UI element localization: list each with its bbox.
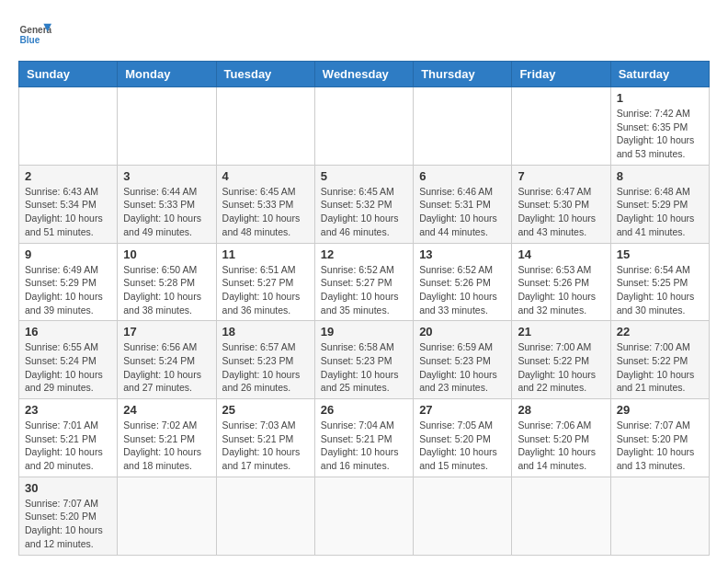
calendar-cell: 4Sunrise: 6:45 AM Sunset: 5:33 PM Daylig… bbox=[216, 165, 314, 243]
day-number: 2 bbox=[25, 169, 111, 183]
day-number: 4 bbox=[222, 169, 309, 183]
day-info: Sunrise: 6:53 AM Sunset: 5:26 PM Dayligh… bbox=[518, 263, 604, 317]
calendar-cell: 21Sunrise: 7:00 AM Sunset: 5:22 PM Dayli… bbox=[512, 321, 610, 399]
calendar-cell bbox=[314, 477, 413, 555]
day-number: 17 bbox=[123, 325, 210, 339]
calendar-cell: 22Sunrise: 7:00 AM Sunset: 5:22 PM Dayli… bbox=[610, 321, 709, 399]
day-info: Sunrise: 6:47 AM Sunset: 5:30 PM Dayligh… bbox=[518, 185, 604, 239]
calendar-cell bbox=[414, 477, 512, 555]
day-number: 28 bbox=[518, 403, 604, 417]
calendar-cell: 20Sunrise: 6:59 AM Sunset: 5:23 PM Dayli… bbox=[414, 321, 512, 399]
calendar-cell: 11Sunrise: 6:51 AM Sunset: 5:27 PM Dayli… bbox=[216, 243, 314, 321]
day-number: 20 bbox=[419, 325, 506, 339]
calendar-week-row: 23Sunrise: 7:01 AM Sunset: 5:21 PM Dayli… bbox=[19, 399, 710, 477]
day-info: Sunrise: 7:03 AM Sunset: 5:21 PM Dayligh… bbox=[222, 419, 309, 473]
day-number: 6 bbox=[419, 169, 506, 183]
day-number: 26 bbox=[321, 403, 407, 417]
day-number: 27 bbox=[419, 403, 506, 417]
day-info: Sunrise: 6:56 AM Sunset: 5:24 PM Dayligh… bbox=[123, 340, 210, 395]
weekday-header-friday: Friday bbox=[512, 62, 610, 87]
day-number: 29 bbox=[617, 403, 703, 417]
calendar-cell: 6Sunrise: 6:46 AM Sunset: 5:31 PM Daylig… bbox=[414, 165, 512, 243]
logo: General Blue bbox=[18, 18, 51, 52]
calendar-cell: 12Sunrise: 6:52 AM Sunset: 5:27 PM Dayli… bbox=[314, 243, 413, 321]
day-info: Sunrise: 6:46 AM Sunset: 5:31 PM Dayligh… bbox=[419, 185, 506, 239]
svg-text:Blue: Blue bbox=[19, 35, 40, 45]
calendar-cell bbox=[314, 87, 413, 166]
day-info: Sunrise: 6:45 AM Sunset: 5:33 PM Dayligh… bbox=[222, 185, 309, 239]
day-info: Sunrise: 6:52 AM Sunset: 5:27 PM Dayligh… bbox=[321, 263, 407, 317]
day-number: 10 bbox=[123, 247, 210, 261]
day-info: Sunrise: 6:52 AM Sunset: 5:26 PM Dayligh… bbox=[419, 263, 506, 317]
calendar-cell: 3Sunrise: 6:44 AM Sunset: 5:33 PM Daylig… bbox=[118, 165, 216, 243]
weekday-header-monday: Monday bbox=[118, 62, 216, 87]
day-number: 14 bbox=[518, 247, 604, 261]
calendar-cell: 15Sunrise: 6:54 AM Sunset: 5:25 PM Dayli… bbox=[610, 243, 709, 321]
calendar-cell bbox=[414, 87, 512, 166]
calendar-cell: 28Sunrise: 7:06 AM Sunset: 5:20 PM Dayli… bbox=[512, 399, 610, 477]
day-info: Sunrise: 7:06 AM Sunset: 5:20 PM Dayligh… bbox=[518, 419, 604, 473]
calendar-cell: 29Sunrise: 7:07 AM Sunset: 5:20 PM Dayli… bbox=[610, 399, 709, 477]
weekday-header-tuesday: Tuesday bbox=[216, 62, 314, 87]
day-info: Sunrise: 7:04 AM Sunset: 5:21 PM Dayligh… bbox=[321, 419, 407, 473]
page-header: General Blue bbox=[18, 18, 710, 52]
day-info: Sunrise: 6:43 AM Sunset: 5:34 PM Dayligh… bbox=[25, 185, 111, 239]
weekday-header-saturday: Saturday bbox=[610, 62, 709, 87]
calendar-cell: 17Sunrise: 6:56 AM Sunset: 5:24 PM Dayli… bbox=[118, 321, 216, 399]
day-info: Sunrise: 6:48 AM Sunset: 5:29 PM Dayligh… bbox=[617, 185, 703, 239]
calendar-cell bbox=[118, 477, 216, 555]
calendar-cell: 30Sunrise: 7:07 AM Sunset: 5:20 PM Dayli… bbox=[19, 477, 118, 555]
calendar-cell: 16Sunrise: 6:55 AM Sunset: 5:24 PM Dayli… bbox=[19, 321, 118, 399]
day-number: 30 bbox=[25, 481, 111, 495]
day-info: Sunrise: 7:00 AM Sunset: 5:22 PM Dayligh… bbox=[518, 340, 604, 395]
day-info: Sunrise: 6:58 AM Sunset: 5:23 PM Dayligh… bbox=[321, 340, 407, 395]
calendar-header-row: SundayMondayTuesdayWednesdayThursdayFrid… bbox=[19, 62, 710, 87]
calendar-week-row: 16Sunrise: 6:55 AM Sunset: 5:24 PM Dayli… bbox=[19, 321, 710, 399]
day-number: 23 bbox=[25, 403, 111, 417]
day-info: Sunrise: 6:49 AM Sunset: 5:29 PM Dayligh… bbox=[25, 263, 111, 317]
day-info: Sunrise: 7:07 AM Sunset: 5:20 PM Dayligh… bbox=[617, 419, 703, 473]
calendar-cell: 2Sunrise: 6:43 AM Sunset: 5:34 PM Daylig… bbox=[19, 165, 118, 243]
calendar-cell: 8Sunrise: 6:48 AM Sunset: 5:29 PM Daylig… bbox=[610, 165, 709, 243]
calendar-table: SundayMondayTuesdayWednesdayThursdayFrid… bbox=[18, 61, 710, 556]
day-number: 12 bbox=[321, 247, 407, 261]
day-number: 16 bbox=[25, 325, 111, 339]
calendar-cell bbox=[512, 477, 610, 555]
day-info: Sunrise: 6:59 AM Sunset: 5:23 PM Dayligh… bbox=[419, 340, 506, 395]
calendar-cell bbox=[118, 87, 216, 166]
calendar-cell: 18Sunrise: 6:57 AM Sunset: 5:23 PM Dayli… bbox=[216, 321, 314, 399]
day-info: Sunrise: 6:51 AM Sunset: 5:27 PM Dayligh… bbox=[222, 263, 309, 317]
calendar-cell: 27Sunrise: 7:05 AM Sunset: 5:20 PM Dayli… bbox=[414, 399, 512, 477]
day-number: 9 bbox=[25, 247, 111, 261]
calendar-cell: 9Sunrise: 6:49 AM Sunset: 5:29 PM Daylig… bbox=[19, 243, 118, 321]
calendar-cell: 14Sunrise: 6:53 AM Sunset: 5:26 PM Dayli… bbox=[512, 243, 610, 321]
day-number: 13 bbox=[419, 247, 506, 261]
day-info: Sunrise: 6:57 AM Sunset: 5:23 PM Dayligh… bbox=[222, 340, 309, 395]
calendar-cell: 13Sunrise: 6:52 AM Sunset: 5:26 PM Dayli… bbox=[414, 243, 512, 321]
day-number: 1 bbox=[617, 91, 703, 105]
calendar-cell bbox=[610, 477, 709, 555]
day-number: 19 bbox=[321, 325, 407, 339]
calendar-cell: 7Sunrise: 6:47 AM Sunset: 5:30 PM Daylig… bbox=[512, 165, 610, 243]
calendar-cell: 24Sunrise: 7:02 AM Sunset: 5:21 PM Dayli… bbox=[118, 399, 216, 477]
day-number: 7 bbox=[518, 169, 604, 183]
day-info: Sunrise: 7:42 AM Sunset: 6:35 PM Dayligh… bbox=[617, 107, 703, 161]
day-info: Sunrise: 7:02 AM Sunset: 5:21 PM Dayligh… bbox=[123, 419, 210, 473]
calendar-week-row: 2Sunrise: 6:43 AM Sunset: 5:34 PM Daylig… bbox=[19, 165, 710, 243]
weekday-header-sunday: Sunday bbox=[19, 62, 118, 87]
day-info: Sunrise: 6:45 AM Sunset: 5:32 PM Dayligh… bbox=[321, 185, 407, 239]
day-number: 24 bbox=[123, 403, 210, 417]
day-number: 8 bbox=[617, 169, 703, 183]
day-info: Sunrise: 7:01 AM Sunset: 5:21 PM Dayligh… bbox=[25, 419, 111, 473]
calendar-cell: 1Sunrise: 7:42 AM Sunset: 6:35 PM Daylig… bbox=[610, 87, 709, 166]
calendar-cell bbox=[512, 87, 610, 166]
day-number: 25 bbox=[222, 403, 309, 417]
day-info: Sunrise: 7:00 AM Sunset: 5:22 PM Dayligh… bbox=[617, 340, 703, 395]
calendar-cell: 10Sunrise: 6:50 AM Sunset: 5:28 PM Dayli… bbox=[118, 243, 216, 321]
day-info: Sunrise: 7:07 AM Sunset: 5:20 PM Dayligh… bbox=[25, 497, 111, 551]
day-number: 11 bbox=[222, 247, 309, 261]
weekday-header-thursday: Thursday bbox=[414, 62, 512, 87]
calendar-cell: 23Sunrise: 7:01 AM Sunset: 5:21 PM Dayli… bbox=[19, 399, 118, 477]
day-number: 5 bbox=[321, 169, 407, 183]
day-info: Sunrise: 6:55 AM Sunset: 5:24 PM Dayligh… bbox=[25, 340, 111, 395]
